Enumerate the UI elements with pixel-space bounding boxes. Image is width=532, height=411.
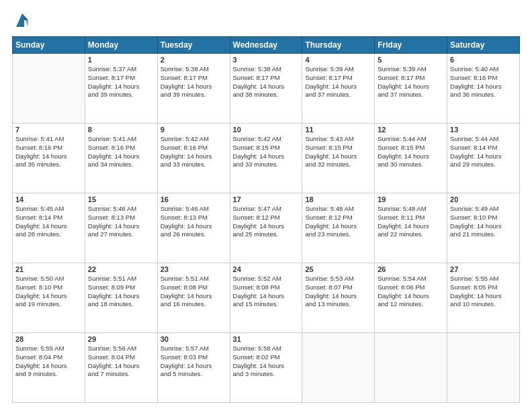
day-number: 12 bbox=[378, 126, 444, 134]
day-number: 6 bbox=[450, 56, 517, 64]
calendar-cell: 21Sunrise: 5:50 AM Sunset: 8:10 PM Dayli… bbox=[13, 263, 85, 333]
calendar-cell: 14Sunrise: 5:45 AM Sunset: 8:14 PM Dayli… bbox=[13, 193, 85, 263]
day-number: 3 bbox=[233, 56, 300, 64]
cell-info: Sunrise: 5:55 AM Sunset: 8:05 PM Dayligh… bbox=[450, 275, 517, 309]
day-number: 10 bbox=[233, 126, 300, 134]
day-number: 16 bbox=[161, 195, 227, 203]
cell-info: Sunrise: 5:43 AM Sunset: 8:15 PM Dayligh… bbox=[305, 135, 371, 169]
day-number: 13 bbox=[450, 126, 517, 134]
day-number: 11 bbox=[305, 126, 371, 134]
day-number: 14 bbox=[15, 195, 82, 203]
calendar-cell: 6Sunrise: 5:40 AM Sunset: 8:16 PM Daylig… bbox=[447, 54, 520, 124]
day-number: 23 bbox=[161, 265, 227, 273]
cell-info: Sunrise: 5:45 AM Sunset: 8:14 PM Dayligh… bbox=[15, 205, 82, 239]
cell-info: Sunrise: 5:48 AM Sunset: 8:12 PM Dayligh… bbox=[305, 205, 371, 239]
calendar-cell: 24Sunrise: 5:52 AM Sunset: 8:08 PM Dayli… bbox=[230, 263, 302, 333]
calendar-cell: 7Sunrise: 5:41 AM Sunset: 8:16 PM Daylig… bbox=[13, 124, 85, 193]
cell-info: Sunrise: 5:51 AM Sunset: 8:08 PM Dayligh… bbox=[161, 275, 227, 309]
logo-icon bbox=[15, 11, 30, 30]
day-number: 20 bbox=[450, 195, 517, 203]
calendar-cell bbox=[447, 333, 520, 403]
cell-info: Sunrise: 5:46 AM Sunset: 8:13 PM Dayligh… bbox=[88, 205, 154, 239]
calendar-cell: 22Sunrise: 5:51 AM Sunset: 8:09 PM Dayli… bbox=[85, 263, 157, 333]
cell-info: Sunrise: 5:37 AM Sunset: 8:17 PM Dayligh… bbox=[88, 65, 154, 99]
day-number: 29 bbox=[88, 335, 154, 343]
cell-info: Sunrise: 5:54 AM Sunset: 8:06 PM Dayligh… bbox=[378, 275, 444, 309]
header bbox=[12, 11, 520, 30]
day-number: 5 bbox=[378, 56, 444, 64]
day-number: 4 bbox=[305, 56, 371, 64]
calendar-cell: 2Sunrise: 5:38 AM Sunset: 8:17 PM Daylig… bbox=[157, 54, 230, 124]
day-number: 27 bbox=[450, 265, 517, 273]
day-number: 31 bbox=[233, 335, 300, 343]
cell-info: Sunrise: 5:50 AM Sunset: 8:10 PM Dayligh… bbox=[15, 275, 82, 309]
calendar-week-row: 21Sunrise: 5:50 AM Sunset: 8:10 PM Dayli… bbox=[13, 263, 520, 333]
cell-info: Sunrise: 5:53 AM Sunset: 8:07 PM Dayligh… bbox=[305, 275, 371, 309]
calendar-cell: 10Sunrise: 5:42 AM Sunset: 8:15 PM Dayli… bbox=[230, 124, 302, 193]
day-number: 30 bbox=[161, 335, 227, 343]
calendar-cell: 15Sunrise: 5:46 AM Sunset: 8:13 PM Dayli… bbox=[85, 193, 157, 263]
calendar-header-row: SundayMondayTuesdayWednesdayThursdayFrid… bbox=[13, 37, 520, 54]
day-number: 24 bbox=[233, 265, 300, 273]
cell-info: Sunrise: 5:55 AM Sunset: 8:04 PM Dayligh… bbox=[15, 345, 82, 379]
day-number: 21 bbox=[15, 265, 82, 273]
calendar-week-row: 1Sunrise: 5:37 AM Sunset: 8:17 PM Daylig… bbox=[13, 54, 520, 124]
calendar-cell: 17Sunrise: 5:47 AM Sunset: 8:12 PM Dayli… bbox=[230, 193, 302, 263]
calendar-table: SundayMondayTuesdayWednesdayThursdayFrid… bbox=[12, 36, 520, 403]
weekday-header: Monday bbox=[85, 37, 157, 54]
weekday-header: Tuesday bbox=[157, 37, 230, 54]
calendar-cell bbox=[302, 333, 375, 403]
calendar-cell: 29Sunrise: 5:56 AM Sunset: 8:04 PM Dayli… bbox=[85, 333, 157, 403]
day-number: 26 bbox=[378, 265, 444, 273]
calendar-cell bbox=[13, 54, 85, 124]
cell-info: Sunrise: 5:41 AM Sunset: 8:16 PM Dayligh… bbox=[88, 135, 154, 169]
cell-info: Sunrise: 5:39 AM Sunset: 8:17 PM Dayligh… bbox=[378, 65, 444, 99]
day-number: 25 bbox=[305, 265, 371, 273]
calendar-cell: 25Sunrise: 5:53 AM Sunset: 8:07 PM Dayli… bbox=[302, 263, 375, 333]
page: SundayMondayTuesdayWednesdayThursdayFrid… bbox=[0, 0, 532, 411]
cell-info: Sunrise: 5:52 AM Sunset: 8:08 PM Dayligh… bbox=[233, 275, 300, 309]
calendar-cell: 8Sunrise: 5:41 AM Sunset: 8:16 PM Daylig… bbox=[85, 124, 157, 193]
cell-info: Sunrise: 5:46 AM Sunset: 8:13 PM Dayligh… bbox=[161, 205, 227, 239]
calendar-cell: 23Sunrise: 5:51 AM Sunset: 8:08 PM Dayli… bbox=[157, 263, 230, 333]
calendar-cell bbox=[375, 333, 447, 403]
cell-info: Sunrise: 5:57 AM Sunset: 8:03 PM Dayligh… bbox=[161, 345, 227, 379]
cell-info: Sunrise: 5:47 AM Sunset: 8:12 PM Dayligh… bbox=[233, 205, 300, 239]
calendar-cell: 13Sunrise: 5:44 AM Sunset: 8:14 PM Dayli… bbox=[447, 124, 520, 193]
cell-info: Sunrise: 5:38 AM Sunset: 8:17 PM Dayligh… bbox=[233, 65, 300, 99]
cell-info: Sunrise: 5:38 AM Sunset: 8:17 PM Dayligh… bbox=[161, 65, 227, 99]
calendar-cell: 1Sunrise: 5:37 AM Sunset: 8:17 PM Daylig… bbox=[85, 54, 157, 124]
logo bbox=[12, 11, 30, 30]
day-number: 8 bbox=[88, 126, 154, 134]
cell-info: Sunrise: 5:49 AM Sunset: 8:10 PM Dayligh… bbox=[450, 205, 517, 239]
calendar-cell: 4Sunrise: 5:39 AM Sunset: 8:17 PM Daylig… bbox=[302, 54, 375, 124]
calendar-cell: 26Sunrise: 5:54 AM Sunset: 8:06 PM Dayli… bbox=[375, 263, 447, 333]
calendar-cell: 3Sunrise: 5:38 AM Sunset: 8:17 PM Daylig… bbox=[230, 54, 302, 124]
calendar-cell: 18Sunrise: 5:48 AM Sunset: 8:12 PM Dayli… bbox=[302, 193, 375, 263]
calendar-cell: 16Sunrise: 5:46 AM Sunset: 8:13 PM Dayli… bbox=[157, 193, 230, 263]
day-number: 18 bbox=[305, 195, 371, 203]
cell-info: Sunrise: 5:39 AM Sunset: 8:17 PM Dayligh… bbox=[305, 65, 371, 99]
weekday-header: Friday bbox=[375, 37, 447, 54]
weekday-header: Thursday bbox=[302, 37, 375, 54]
day-number: 17 bbox=[233, 195, 300, 203]
calendar-cell: 27Sunrise: 5:55 AM Sunset: 8:05 PM Dayli… bbox=[447, 263, 520, 333]
cell-info: Sunrise: 5:48 AM Sunset: 8:11 PM Dayligh… bbox=[378, 205, 444, 239]
weekday-header: Saturday bbox=[447, 37, 520, 54]
day-number: 9 bbox=[161, 126, 227, 134]
calendar-cell: 19Sunrise: 5:48 AM Sunset: 8:11 PM Dayli… bbox=[375, 193, 447, 263]
day-number: 2 bbox=[161, 56, 227, 64]
calendar-cell: 20Sunrise: 5:49 AM Sunset: 8:10 PM Dayli… bbox=[447, 193, 520, 263]
calendar-week-row: 28Sunrise: 5:55 AM Sunset: 8:04 PM Dayli… bbox=[13, 333, 520, 403]
cell-info: Sunrise: 5:44 AM Sunset: 8:15 PM Dayligh… bbox=[378, 135, 444, 169]
cell-info: Sunrise: 5:56 AM Sunset: 8:04 PM Dayligh… bbox=[88, 345, 154, 379]
cell-info: Sunrise: 5:44 AM Sunset: 8:14 PM Dayligh… bbox=[450, 135, 517, 169]
calendar-week-row: 7Sunrise: 5:41 AM Sunset: 8:16 PM Daylig… bbox=[13, 124, 520, 193]
day-number: 22 bbox=[88, 265, 154, 273]
calendar-cell: 5Sunrise: 5:39 AM Sunset: 8:17 PM Daylig… bbox=[375, 54, 447, 124]
day-number: 15 bbox=[88, 195, 154, 203]
calendar-week-row: 14Sunrise: 5:45 AM Sunset: 8:14 PM Dayli… bbox=[13, 193, 520, 263]
calendar-cell: 11Sunrise: 5:43 AM Sunset: 8:15 PM Dayli… bbox=[302, 124, 375, 193]
cell-info: Sunrise: 5:51 AM Sunset: 8:09 PM Dayligh… bbox=[88, 275, 154, 309]
day-number: 7 bbox=[15, 126, 82, 134]
